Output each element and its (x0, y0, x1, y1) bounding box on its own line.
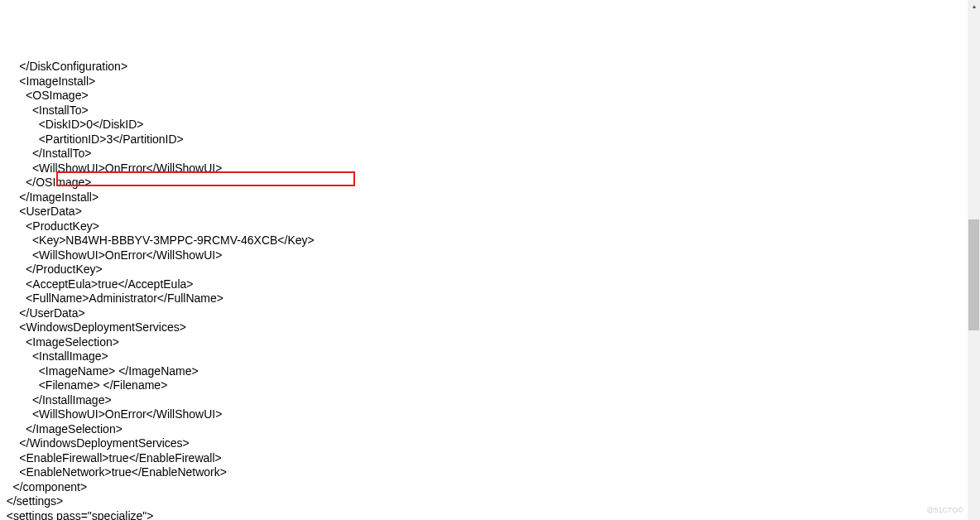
xml-line: <ImageInstall> (0, 75, 980, 89)
xml-line: </component> (0, 480, 980, 495)
xml-line: <InstallImage> (0, 349, 980, 364)
xml-line: <ImageName> </ImageName> (0, 364, 980, 379)
xml-line: <WindowsDeploymentServices> (0, 320, 980, 335)
xml-line: <WillShowUI>OnError</WillShowUI> (0, 161, 980, 176)
xml-line: <settings pass="specialize"> (0, 509, 980, 521)
xml-line: </OSImage> (0, 176, 980, 190)
xml-line: </ProductKey> (0, 262, 980, 277)
xml-line: </DiskConfiguration> (0, 60, 980, 75)
scrollbar-up-arrow[interactable]: ▴ (968, 0, 980, 12)
scrollbar-track[interactable]: ▴ (968, 0, 980, 520)
watermark-text: @51CTO© (926, 506, 963, 515)
xml-line: </ImageSelection> (0, 422, 980, 437)
xml-line: </settings> (0, 494, 980, 509)
xml-line: <FullName>Administrator</FullName> (0, 291, 980, 306)
xml-line: <EnableNetwork>true</EnableNetwork> (0, 465, 980, 480)
scrollbar-thumb[interactable] (968, 219, 979, 330)
xml-line: </ImageInstall> (0, 190, 980, 205)
xml-line: <PartitionID>3</PartitionID> (0, 132, 980, 147)
xml-line: <WillShowUI>OnError</WillShowUI> (0, 407, 980, 422)
xml-line: <Key>NB4WH-BBBYV-3MPPC-9RCMV-46XCB</Key> (0, 234, 980, 248)
xml-line: <DiskID>0</DiskID> (0, 118, 980, 132)
xml-line: <ProductKey> (0, 219, 980, 234)
xml-line: <WillShowUI>OnError</WillShowUI> (0, 248, 980, 263)
xml-line: </UserData> (0, 306, 980, 321)
xml-line: <UserData> (0, 205, 980, 219)
xml-line: </InstallImage> (0, 393, 980, 408)
xml-line: <Filename> </Filename> (0, 378, 980, 393)
xml-line: <ImageSelection> (0, 335, 980, 350)
xml-line: <InstallTo> (0, 104, 980, 118)
xml-line: <EnableFirewall>true</EnableFirewall> (0, 451, 980, 466)
xml-line: <OSImage> (0, 89, 980, 104)
xml-code-block: </DiskConfiguration> <ImageInstall> <OSI… (0, 60, 980, 520)
xml-line: <AcceptEula>true</AcceptEula> (0, 277, 980, 292)
xml-line: </InstallTo> (0, 147, 980, 161)
xml-line: </WindowsDeploymentServices> (0, 436, 980, 451)
